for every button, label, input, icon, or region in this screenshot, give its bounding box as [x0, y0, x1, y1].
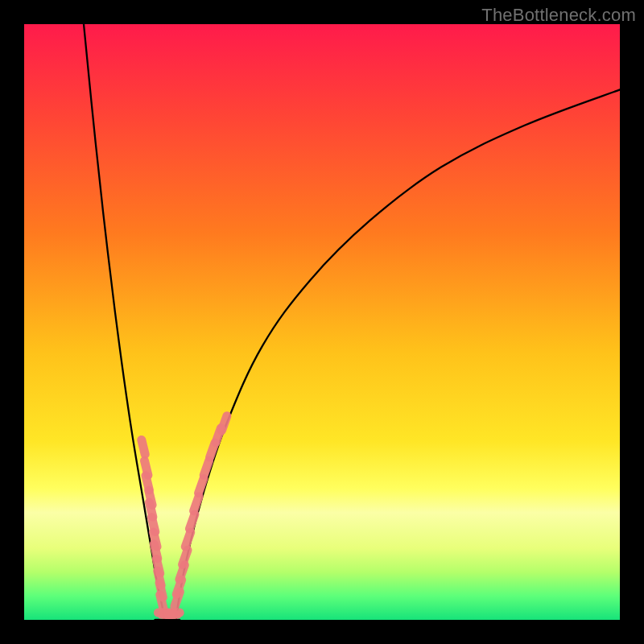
scatter-dot: [189, 514, 194, 529]
scatter-dot: [199, 479, 204, 493]
plot-area: [24, 24, 620, 620]
scatter-dot: [160, 595, 163, 609]
scatter-dot: [142, 440, 145, 454]
bottleneck-curve: [84, 24, 620, 620]
scatter-dot: [183, 550, 188, 564]
scatter-dots: [142, 416, 227, 615]
scatter-dot: [204, 460, 208, 475]
chart-svg: [24, 24, 620, 620]
chart-stage: TheBottleneck.com: [0, 0, 644, 644]
scatter-dot: [221, 416, 226, 431]
watermark-text: TheBottleneck.com: [481, 5, 636, 26]
scatter-dot: [185, 532, 190, 547]
scatter-dot: [194, 497, 199, 511]
